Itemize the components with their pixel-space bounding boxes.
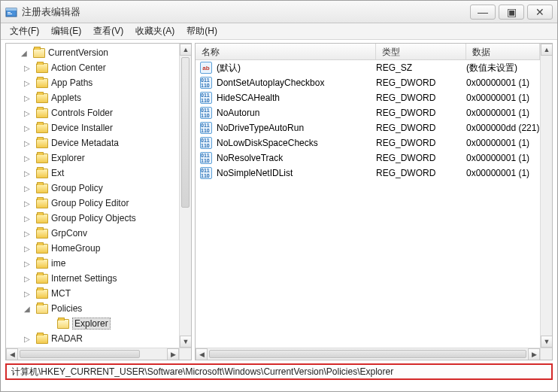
expand-icon[interactable]: ▷: [24, 199, 32, 208]
scroll-thumb[interactable]: [20, 350, 140, 358]
column-data[interactable]: 数据: [466, 44, 540, 59]
binary-value-icon: 011 110: [200, 137, 212, 149]
tree-node[interactable]: ▷Ext: [6, 166, 179, 181]
list-vertical-scrollbar[interactable]: ▲ ▼: [540, 44, 552, 348]
binary-value-icon: 011 110: [200, 167, 212, 179]
value-data: 0x00000001 (1): [466, 168, 540, 178]
client-area: ◢ CurrentVersion ▷Action Center▷App Path…: [1, 40, 557, 363]
value-data: (数值未设置): [466, 62, 540, 74]
tree-node[interactable]: ▷Group Policy: [6, 181, 179, 196]
tree-view[interactable]: ◢ CurrentVersion ▷Action Center▷App Path…: [6, 44, 179, 348]
scroll-left-button[interactable]: ◀: [6, 348, 18, 360]
tree-node-currentversion[interactable]: ◢ CurrentVersion: [6, 45, 179, 60]
collapse-icon[interactable]: ◢: [21, 49, 29, 57]
folder-icon: [36, 274, 48, 284]
maximize-button[interactable]: ▣: [499, 5, 524, 20]
collapse-icon[interactable]: ◢: [24, 305, 32, 313]
tree-node[interactable]: ▷Group Policy Objects: [6, 211, 179, 226]
value-row[interactable]: 011 110NoLowDiskSpaceChecksREG_DWORD0x00…: [196, 135, 540, 150]
scroll-down-button[interactable]: ▼: [180, 336, 192, 348]
value-type: REG_DWORD: [376, 123, 466, 133]
scroll-left-button[interactable]: ◀: [196, 348, 208, 360]
value-row[interactable]: 011 110DontSetAutoplayCheckboxREG_DWORD0…: [196, 75, 540, 90]
expand-icon[interactable]: ▷: [24, 79, 32, 87]
scroll-down-button[interactable]: ▼: [541, 336, 553, 348]
tree-label: Explorer: [74, 318, 108, 329]
app-icon: [5, 6, 17, 18]
folder-icon: [36, 63, 48, 73]
scroll-up-button[interactable]: ▲: [541, 44, 553, 56]
value-row[interactable]: ab(默认)REG_SZ(数值未设置): [196, 60, 540, 75]
tree-pane: ◢ CurrentVersion ▷Action Center▷App Path…: [5, 43, 192, 360]
expand-icon[interactable]: ▷: [24, 184, 32, 193]
menu-help[interactable]: 帮助(H): [180, 23, 223, 39]
tree-node[interactable]: ▷Action Center: [6, 60, 179, 75]
tree-node[interactable]: ▷Controls Folder: [6, 105, 179, 120]
tree-node[interactable]: ▷Applets: [6, 90, 179, 105]
expand-icon[interactable]: ▷: [24, 245, 32, 253]
expand-icon[interactable]: ▷: [24, 214, 32, 223]
tree-node-explorer[interactable]: Explorer: [6, 316, 179, 331]
scroll-thumb[interactable]: [181, 57, 190, 208]
value-name: (默认): [217, 62, 241, 74]
value-row[interactable]: 011 110NoDriveTypeAutoRunREG_DWORD0x0000…: [196, 120, 540, 135]
menu-favorites[interactable]: 收藏夹(A): [129, 23, 180, 39]
folder-icon: [36, 289, 48, 299]
expand-icon[interactable]: ▷: [24, 64, 32, 72]
tree-label: Group Policy Editor: [51, 198, 129, 208]
column-name[interactable]: 名称: [196, 44, 376, 59]
values-list[interactable]: 名称 类型 数据 ab(默认)REG_SZ(数值未设置)011 110DontS…: [196, 44, 540, 348]
expand-icon[interactable]: ▷: [24, 290, 32, 298]
tree-node[interactable]: ▷App Paths: [6, 75, 179, 90]
menu-view[interactable]: 查看(V): [87, 23, 129, 39]
expand-icon[interactable]: ▷: [24, 154, 32, 163]
tree-node[interactable]: ▷Device Metadata: [6, 135, 179, 150]
tree-node[interactable]: ◢Policies: [6, 301, 179, 316]
folder-icon: [36, 259, 48, 269]
expand-icon[interactable]: ▷: [24, 260, 32, 268]
value-name: HideSCAHealth: [217, 93, 280, 103]
tree-horizontal-scrollbar[interactable]: ◀ ▶: [6, 348, 179, 360]
folder-open-icon: [33, 48, 45, 58]
column-type[interactable]: 类型: [376, 44, 466, 59]
folder-icon: [36, 123, 48, 133]
close-button[interactable]: ✕: [527, 5, 553, 20]
tree-node[interactable]: ▷Explorer: [6, 150, 179, 166]
scroll-up-button[interactable]: ▲: [180, 44, 192, 56]
menu-file[interactable]: 文件(F): [4, 23, 45, 39]
menu-edit[interactable]: 编辑(E): [45, 23, 87, 39]
scroll-right-button[interactable]: ▶: [167, 348, 179, 360]
value-name: NoAutorun: [217, 108, 259, 118]
tree-node[interactable]: ▷Internet Settings: [6, 271, 179, 286]
value-row[interactable]: 011 110NoAutorunREG_DWORD0x00000001 (1): [196, 105, 540, 120]
tree-label: Device Installer: [51, 123, 113, 133]
value-row[interactable]: 011 110HideSCAHealthREG_DWORD0x00000001 …: [196, 90, 540, 105]
binary-value-icon: 011 110: [200, 107, 212, 119]
tree-node[interactable]: ▷RADAR: [6, 331, 179, 346]
scroll-right-button[interactable]: ▶: [528, 348, 540, 360]
tree-node[interactable]: ▷Device Installer: [6, 120, 179, 135]
value-name: DontSetAutoplayCheckbox: [217, 77, 324, 88]
tree-node[interactable]: ▷HomeGroup: [6, 241, 179, 256]
list-horizontal-scrollbar[interactable]: ◀ ▶: [196, 348, 540, 360]
value-name: NoLowDiskSpaceChecks: [217, 138, 318, 148]
value-row[interactable]: 011 110NoSimpleNetIDListREG_DWORD0x00000…: [196, 166, 540, 181]
expand-icon[interactable]: ▷: [24, 139, 32, 147]
tree-node[interactable]: ▷ime: [6, 256, 179, 271]
expand-icon[interactable]: ▷: [24, 275, 32, 283]
folder-icon: [36, 78, 48, 88]
expand-icon[interactable]: ▷: [24, 169, 32, 178]
expand-icon[interactable]: ▷: [24, 124, 32, 132]
expand-icon[interactable]: ▷: [24, 229, 32, 238]
minimize-button[interactable]: —: [470, 5, 496, 20]
expand-icon[interactable]: ▷: [24, 109, 32, 117]
tree-node[interactable]: ▷GrpConv: [6, 226, 179, 241]
scroll-thumb[interactable]: [209, 350, 526, 358]
tree-node[interactable]: ▷MCT: [6, 286, 179, 301]
tree-node[interactable]: ▷Group Policy Editor: [6, 196, 179, 211]
expand-icon[interactable]: ▷: [24, 94, 32, 102]
expand-icon[interactable]: ▷: [24, 335, 32, 343]
tree-vertical-scrollbar[interactable]: ▲ ▼: [179, 44, 191, 348]
folder-icon: [36, 334, 48, 344]
value-row[interactable]: 011 110NoResolveTrackREG_DWORD0x00000001…: [196, 150, 540, 166]
